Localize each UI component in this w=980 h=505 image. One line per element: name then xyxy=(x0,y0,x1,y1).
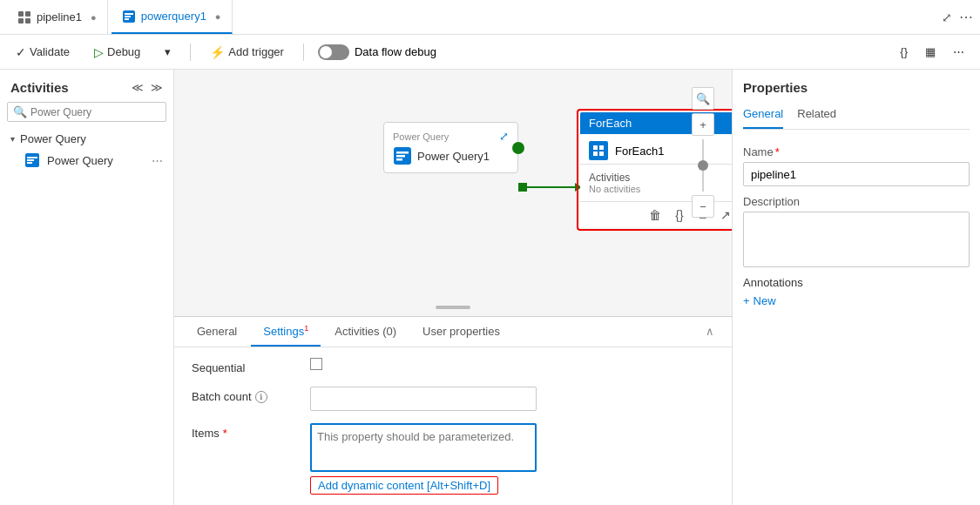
svg-rect-0 xyxy=(18,11,24,17)
tab-pipeline1-close[interactable]: ● xyxy=(91,12,97,23)
sidebar: Activities ≪ ≫ 🔍 ▾ Power Query Power Que… xyxy=(0,70,174,505)
search-input[interactable] xyxy=(30,106,161,118)
pipeline-node-header-label: Power Query xyxy=(393,131,449,142)
monitor-button[interactable]: ▦ xyxy=(920,42,941,62)
activities-label: Activities xyxy=(589,172,640,184)
category-label: Power Query xyxy=(20,132,86,145)
sequential-checkbox[interactable] xyxy=(310,358,322,370)
sidebar-item-label: Power Query xyxy=(47,154,113,167)
top-bar: pipeline1 ● powerquery1 ● ⤢ ⋯ xyxy=(0,0,980,35)
items-textarea[interactable] xyxy=(310,423,537,472)
powerquery-tab-icon xyxy=(122,10,136,24)
code-button[interactable]: {} xyxy=(895,42,913,62)
foreach-title-icon xyxy=(589,141,608,160)
canvas-search-button[interactable]: 🔍 xyxy=(692,87,714,110)
external-link-icon[interactable]: ⤢ xyxy=(499,130,509,143)
code-action-icon[interactable]: {} xyxy=(675,208,683,222)
prop-tab-general[interactable]: General xyxy=(743,104,783,129)
search-icon: 🔍 xyxy=(13,105,27,118)
add-annotation-button[interactable]: + New xyxy=(743,294,970,307)
delete-icon[interactable]: 🗑 xyxy=(649,208,661,222)
prop-name-field: Name * xyxy=(743,145,970,186)
expand-action-icon[interactable]: ↗ xyxy=(720,208,731,222)
activities-text: Activities No activities xyxy=(589,172,640,194)
arrow-connector xyxy=(518,183,582,192)
batch-count-label-text: Batch count xyxy=(192,390,252,403)
canvas[interactable]: Power Query ⤢ Power Query1 xyxy=(174,70,732,316)
tab-user-properties[interactable]: User properties xyxy=(410,318,512,345)
sidebar-collapse-icon[interactable]: ≪ xyxy=(132,81,144,94)
svg-rect-18 xyxy=(593,152,598,156)
pipeline-node-icon xyxy=(393,146,412,165)
slider-thumb[interactable] xyxy=(698,160,708,171)
tab-powerquery1[interactable]: powerquery1 ● xyxy=(112,0,233,34)
monitor-icon: ▦ xyxy=(925,45,936,58)
tab-pipeline1[interactable]: pipeline1 ● xyxy=(7,0,108,34)
prop-tab-related[interactable]: Related xyxy=(797,104,836,129)
sidebar-category-powerquery[interactable]: ▾ Power Query xyxy=(0,129,173,149)
properties-title: Properties xyxy=(743,80,970,95)
batch-count-input[interactable] xyxy=(310,387,537,411)
sidebar-expand-icon[interactable]: ≫ xyxy=(151,81,163,94)
svg-rect-15 xyxy=(396,158,402,161)
sidebar-icon-group: ≪ ≫ xyxy=(132,81,163,94)
item-more-icon[interactable]: ⋯ xyxy=(152,154,163,167)
dynamic-content-link[interactable]: Add dynamic content [Alt+Shift+D] xyxy=(310,476,498,495)
expand-icon[interactable]: ⤢ xyxy=(942,10,952,24)
toolbar-divider-2 xyxy=(303,44,304,61)
prop-description-field: Description xyxy=(743,195,970,267)
tab-activities[interactable]: Activities (0) xyxy=(322,318,409,345)
prop-name-input[interactable] xyxy=(743,162,970,186)
canvas-scroll-indicator xyxy=(436,306,470,309)
items-row: Items * Add dynamic content [Alt+Shift+D… xyxy=(192,423,714,495)
toggle-knob xyxy=(320,46,332,58)
tab-pipeline1-label: pipeline1 xyxy=(37,10,82,24)
tab-powerquery1-close[interactable]: ● xyxy=(215,11,221,22)
sidebar-header: Activities ≪ ≫ xyxy=(0,77,173,102)
add-trigger-button[interactable]: ⚡ Add trigger xyxy=(205,42,289,63)
debug-button[interactable]: ▷ Debug xyxy=(89,42,145,63)
validate-button[interactable]: ✓ Validate xyxy=(10,42,75,63)
toggle-control[interactable] xyxy=(318,44,349,60)
canvas-zoom-out-button[interactable]: − xyxy=(692,195,714,218)
tab-settings[interactable]: Settings1 xyxy=(251,317,321,347)
canvas-zoom-in-button[interactable]: + xyxy=(692,113,714,136)
foreach-icon-svg xyxy=(592,145,605,157)
canvas-mini-toolbar: 🔍 + − xyxy=(692,87,714,218)
data-flow-debug-toggle[interactable]: Data flow debug xyxy=(318,44,436,60)
pipeline-node-title: Power Query1 xyxy=(417,150,490,163)
more-icon[interactable]: ⋯ xyxy=(959,9,973,25)
lightning-icon: ⚡ xyxy=(210,45,225,59)
center-column: Power Query ⤢ Power Query1 xyxy=(174,70,732,505)
search-box[interactable]: 🔍 xyxy=(7,102,166,122)
sidebar-item-powerquery[interactable]: Power Query ⋯ xyxy=(0,149,173,172)
debug-label: Debug xyxy=(107,45,140,58)
foreach-header-label: ForEach xyxy=(589,117,632,130)
batch-count-label: Batch count ℹ xyxy=(192,387,296,403)
debug-dropdown[interactable]: ▾ xyxy=(159,42,176,62)
activities-sub: No activities xyxy=(589,184,640,194)
bottom-panel-close[interactable]: ∧ xyxy=(699,318,721,345)
svg-rect-1 xyxy=(25,11,30,17)
svg-rect-2 xyxy=(18,18,24,24)
toolbar-more-button[interactable]: ⋯ xyxy=(948,42,970,62)
svg-rect-7 xyxy=(125,18,129,20)
prop-description-textarea[interactable] xyxy=(743,212,970,267)
tab-general[interactable]: General xyxy=(185,318,249,345)
batch-count-row: Batch count ℹ xyxy=(192,387,714,411)
dynamic-content-label: Add dynamic content [Alt+Shift+D] xyxy=(318,479,490,492)
pipeline-node-header: Power Query ⤢ xyxy=(393,130,509,143)
settings-content: Sequential Batch count ℹ xyxy=(174,347,732,505)
prop-name-label: Name * xyxy=(743,145,970,158)
pipeline-node[interactable]: Power Query ⤢ Power Query1 xyxy=(383,122,518,173)
tab-activities-label: Activities (0) xyxy=(335,325,396,338)
svg-rect-14 xyxy=(396,155,405,158)
batch-count-info-icon[interactable]: ℹ xyxy=(255,391,267,403)
sequential-label: Sequential xyxy=(192,358,296,374)
sequential-control xyxy=(310,358,714,370)
tab-user-properties-label: User properties xyxy=(422,325,500,338)
tab-general-label: General xyxy=(197,325,237,338)
chevron-down-icon: ▾ xyxy=(10,134,15,144)
toolbar-divider-1 xyxy=(190,44,191,61)
svg-rect-13 xyxy=(396,152,409,154)
